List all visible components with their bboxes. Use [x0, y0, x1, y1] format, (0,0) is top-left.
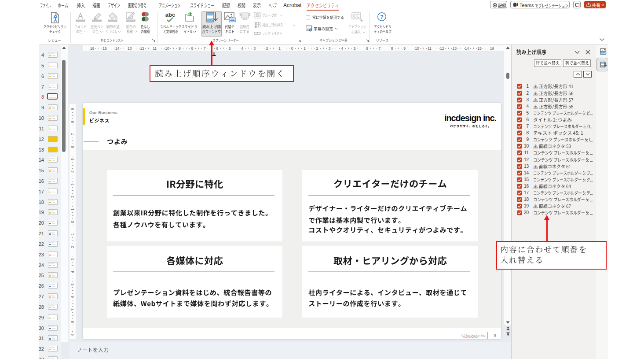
svg-text:A: A: [78, 12, 83, 20]
svg-text:abc: abc: [165, 12, 175, 18]
svg-text:CC: CC: [353, 13, 360, 19]
svg-text:?: ?: [380, 14, 384, 20]
